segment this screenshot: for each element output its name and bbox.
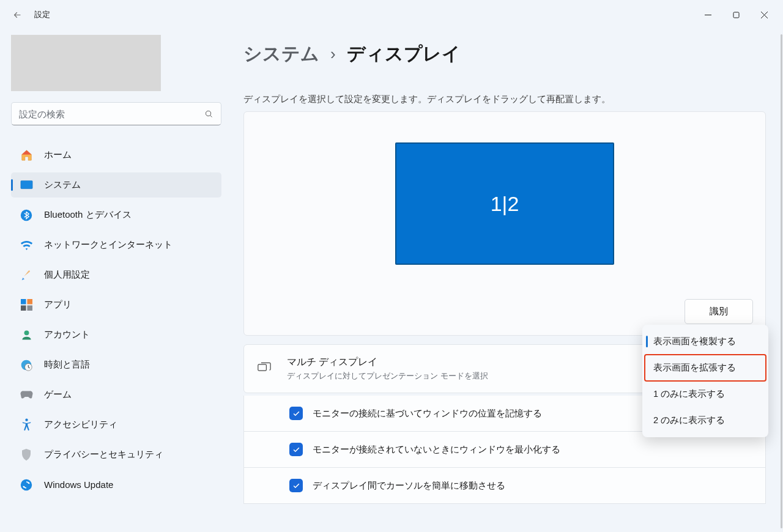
dropdown-item-extend[interactable]: 表示画面を拡張する — [645, 355, 766, 381]
breadcrumb: システム › ディスプレイ — [243, 42, 766, 67]
dropdown-item-only-1[interactable]: 1 のみに表示する — [645, 381, 766, 407]
sidebar: ホーム システム Bluetooth とデバイス ネットワークとインターネット … — [0, 29, 232, 532]
sidebar-item-bluetooth[interactable]: Bluetooth とデバイス — [11, 202, 221, 227]
window-title: 設定 — [34, 9, 50, 20]
sidebar-item-label: アクセシビリティ — [44, 419, 117, 430]
check-icon — [292, 410, 300, 418]
sidebar-item-label: アカウント — [44, 329, 90, 341]
account-icon — [20, 328, 33, 342]
svg-point-11 — [25, 418, 28, 421]
shield-icon — [20, 448, 33, 462]
svg-rect-5 — [27, 299, 32, 305]
help-text: ディスプレイを選択して設定を変更します。ディスプレイをドラッグして再配置します。 — [243, 94, 766, 105]
multi-display-icon — [258, 362, 272, 375]
sidebar-item-label: 個人用設定 — [44, 269, 90, 281]
bluetooth-icon — [20, 209, 33, 222]
svg-rect-6 — [21, 305, 26, 311]
svg-rect-13 — [258, 364, 267, 371]
sidebar-item-label: 時刻と言語 — [44, 359, 90, 371]
svg-point-1 — [206, 111, 211, 116]
svg-point-8 — [24, 330, 29, 335]
svg-rect-0 — [733, 12, 739, 18]
search-input[interactable] — [19, 109, 204, 119]
home-icon — [20, 149, 33, 162]
close-button[interactable] — [750, 2, 778, 27]
sidebar-item-network[interactable]: ネットワークとインターネット — [11, 232, 221, 257]
checkbox-checked[interactable] — [289, 479, 303, 492]
accessibility-icon — [20, 418, 33, 432]
gamepad-icon — [20, 388, 33, 402]
sidebar-item-label: システム — [44, 179, 81, 191]
svg-rect-4 — [21, 299, 26, 305]
svg-point-12 — [21, 479, 32, 490]
identify-button[interactable]: 識別 — [685, 299, 753, 324]
sidebar-item-gaming[interactable]: ゲーム — [11, 382, 221, 407]
arrow-left-icon — [12, 10, 23, 20]
window-controls — [694, 2, 778, 27]
sidebar-item-label: プライバシーとセキュリティ — [44, 449, 163, 460]
breadcrumb-current: ディスプレイ — [347, 42, 461, 67]
sidebar-item-windows-update[interactable]: Windows Update — [11, 472, 221, 497]
checkbox-row-cursor-move[interactable]: ディスプレイ間でカーソルを簡単に移動させる — [243, 468, 766, 504]
sidebar-item-system[interactable]: システム — [11, 172, 221, 198]
maximize-button[interactable] — [722, 2, 750, 27]
display-mode-dropdown[interactable]: 表示画面を複製する 表示画面を拡張する 1 のみに表示する 2 のみに表示する — [642, 325, 768, 437]
dropdown-item-duplicate[interactable]: 表示画面を複製する — [645, 328, 766, 355]
svg-rect-2 — [20, 181, 32, 189]
search-box[interactable] — [11, 102, 221, 125]
sidebar-item-personalization[interactable]: 個人用設定 — [11, 262, 221, 287]
dropdown-item-only-2[interactable]: 2 のみに表示する — [645, 407, 766, 434]
sidebar-item-accounts[interactable]: アカウント — [11, 322, 221, 347]
display-arrangement-panel: 1|2 識別 — [243, 111, 766, 336]
svg-rect-7 — [27, 305, 32, 311]
sidebar-item-apps[interactable]: アプリ — [11, 292, 221, 317]
checkbox-label: モニターの接続に基づいてウィンドウの位置を記憶する — [313, 408, 542, 419]
checkbox-checked[interactable] — [289, 407, 303, 420]
sidebar-item-time-language[interactable]: 時刻と言語 — [11, 352, 221, 377]
paint-icon — [20, 268, 33, 282]
scrollbar[interactable] — [781, 34, 782, 528]
system-icon — [20, 179, 33, 192]
check-icon — [292, 482, 300, 490]
apps-icon — [20, 298, 33, 312]
sidebar-item-label: ホーム — [44, 149, 72, 161]
checkbox-label: モニターが接続されていないときにウィンドウを最小化する — [313, 444, 560, 456]
breadcrumb-parent[interactable]: システム — [243, 42, 319, 67]
sidebar-item-label: ネットワークとインターネット — [44, 239, 173, 251]
maximize-icon — [733, 12, 740, 18]
breadcrumb-separator: › — [330, 45, 336, 64]
search-icon — [204, 109, 213, 119]
close-icon — [761, 12, 768, 18]
back-button[interactable] — [5, 2, 29, 27]
minimize-button[interactable] — [694, 2, 722, 27]
titlebar: 設定 — [0, 0, 783, 29]
checkbox-label: ディスプレイ間でカーソルを簡単に移動させる — [313, 480, 505, 492]
update-icon — [20, 478, 33, 492]
sidebar-item-home[interactable]: ホーム — [11, 142, 221, 168]
wifi-icon — [20, 238, 33, 252]
sidebar-item-privacy[interactable]: プライバシーとセキュリティ — [11, 442, 221, 467]
sidebar-item-label: ゲーム — [44, 389, 72, 401]
sidebar-nav: ホーム システム Bluetooth とデバイス ネットワークとインターネット … — [11, 142, 221, 497]
user-account-placeholder[interactable] — [11, 35, 161, 91]
display-monitor[interactable]: 1|2 — [395, 142, 614, 265]
clock-globe-icon — [20, 358, 33, 372]
sidebar-item-label: Bluetooth とデバイス — [44, 209, 132, 221]
checkbox-checked[interactable] — [289, 443, 303, 456]
minimize-icon — [705, 12, 711, 18]
sidebar-item-label: アプリ — [44, 299, 72, 311]
sidebar-item-accessibility[interactable]: アクセシビリティ — [11, 412, 221, 437]
main-content: システム › ディスプレイ ディスプレイを選択して設定を変更します。ディスプレイ… — [243, 35, 766, 532]
arrangement-footer: 識別 — [256, 299, 753, 324]
check-icon — [292, 446, 300, 454]
sidebar-item-label: Windows Update — [44, 479, 113, 490]
